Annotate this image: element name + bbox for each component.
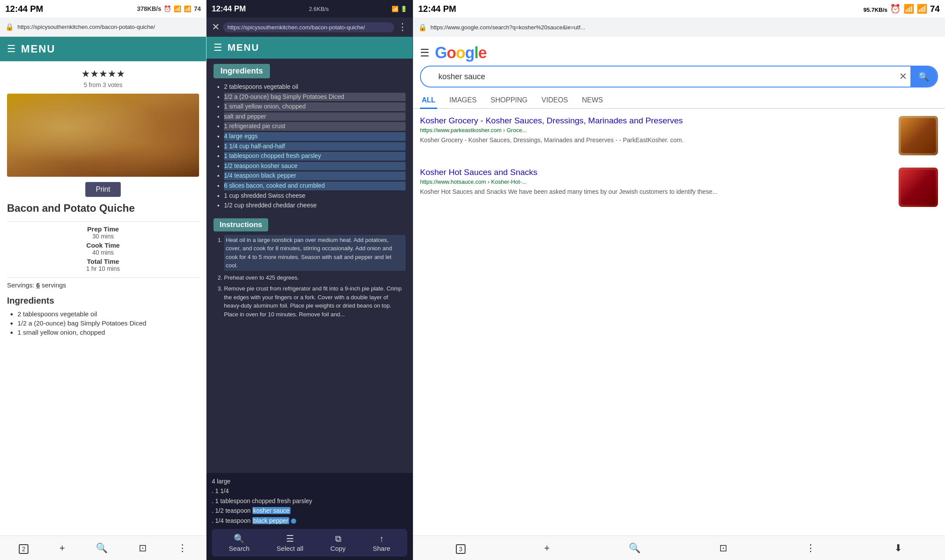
- tab-images[interactable]: IMAGES: [448, 93, 478, 109]
- hamburger-icon-p1[interactable]: ☰: [7, 43, 16, 55]
- thumb-image-2: [901, 170, 936, 205]
- overlay-address-bar[interactable]: ✕ https://spicysouthernkitchen.com/bacon…: [206, 18, 413, 37]
- tab-switcher-p3[interactable]: 3: [456, 542, 466, 554]
- tab-shopping[interactable]: SHOPPING: [489, 93, 529, 109]
- panel-recipe-website: 12:44 PM 378KB/s ⏰ 📶 📶 74 🔒 https://spic…: [0, 0, 206, 560]
- address-bar-p1[interactable]: 🔒 https://spicysouthernkitchen.com/bacon…: [0, 18, 206, 37]
- more-icon-p3[interactable]: ⋮: [806, 542, 816, 554]
- search-submit-button[interactable]: 🔍: [910, 66, 937, 87]
- tab-news[interactable]: NEWS: [580, 93, 605, 109]
- result-thumbnail-2: [899, 168, 938, 207]
- result-url-1: https://www.parkeastkosher.com › Groce..…: [420, 127, 893, 133]
- copy-toolbar-item[interactable]: ⧉ Copy: [330, 534, 346, 552]
- nav-bar-p1: ☰ MENU: [0, 37, 206, 61]
- overlay-nav-bar: ☰ MENU: [206, 37, 413, 59]
- search-result-1: Kosher Grocery - Kosher Sauces, Dressing…: [420, 116, 938, 155]
- selected-line-1: 4 large: [212, 476, 407, 486]
- ingredient-item-overlay: 1 refrigerated pie crust: [224, 122, 406, 131]
- selected-line-4: . 1/2 teaspoon kosher sauce: [212, 506, 407, 515]
- overlay-menu-label: MENU: [228, 42, 259, 53]
- time-p1: 12:44 PM: [5, 4, 43, 14]
- status-icons-p3: 95.7KB/s ⏰ 📶 📶 74: [864, 4, 940, 14]
- overlay-url: https://spicysouthernkitchen.com/bacon-p…: [223, 22, 394, 32]
- select-all-icon: ☰: [286, 533, 294, 544]
- print-button[interactable]: Print: [85, 182, 121, 197]
- result-title-2[interactable]: Kosher Hot Sauces and Snacks: [420, 168, 893, 177]
- network-speed-p1: 378KB/s: [137, 5, 161, 12]
- cook-time-value: 40 mins: [92, 249, 114, 256]
- network-speed-p3: 95.7KB/s: [864, 7, 888, 13]
- overlay-hamburger-icon[interactable]: ☰: [214, 42, 222, 53]
- more-icon-p1[interactable]: ⋮: [178, 542, 187, 554]
- google-header: ☰ Google: [413, 37, 945, 66]
- cook-time-label: Cook Time: [86, 242, 119, 249]
- thumb-image-1: [901, 118, 936, 153]
- ingredient-list-p1: 2 tablespoons vegetable oil 1/2 a (20-ou…: [7, 310, 199, 336]
- ingredient-item-overlay: 1/2 cup shredded cheddar cheese: [224, 201, 406, 210]
- result-desc-2: Kosher Hot Sauces and Snacks We have bee…: [420, 187, 893, 196]
- logo-e: e: [478, 44, 486, 62]
- recipe-title: Bacon and Potato Quiche: [7, 202, 199, 214]
- instruction-step: Preheat oven to 425 degrees.: [224, 273, 406, 282]
- panel-overlay: 12:44 PM 2.6KB/s 📶 🔋 ✕ https://spicysout…: [206, 0, 413, 560]
- share-label: Share: [373, 545, 390, 552]
- total-time-value: 1 hr 10 mins: [86, 265, 120, 272]
- highlighted-text-2: black pepper: [252, 517, 289, 524]
- screenshot-icon-p3[interactable]: ⊡: [719, 542, 727, 554]
- new-tab-icon-p1[interactable]: +: [60, 542, 65, 554]
- google-logo-text: Google: [435, 44, 486, 62]
- selection-handle-right: [291, 518, 296, 524]
- close-button[interactable]: ✕: [212, 21, 220, 33]
- search-result-2: Kosher Hot Sauces and Snacks https://www…: [420, 168, 938, 207]
- signal-icon-p3: 📶: [903, 4, 914, 14]
- ingredient-item-overlay: salt and pepper: [224, 112, 406, 121]
- share-toolbar-item[interactable]: ↑ Share: [373, 534, 390, 552]
- select-all-toolbar-item[interactable]: ☰ Select all: [276, 533, 303, 552]
- new-tab-icon-p3[interactable]: +: [544, 542, 550, 554]
- status-bar-p3: 12:44 PM 95.7KB/s ⏰ 📶 📶 74: [413, 0, 945, 18]
- hamburger-icon-p3[interactable]: ☰: [420, 47, 430, 59]
- time-section: Prep Time 30 mins Cook Time 40 mins Tota…: [7, 225, 199, 272]
- ingredient-item-overlay: 1/2 teaspoon kosher sauce: [224, 162, 406, 171]
- result-title-1[interactable]: Kosher Grocery - Kosher Sauces, Dressing…: [420, 116, 893, 126]
- search-icon-bar-p3[interactable]: 🔍: [629, 542, 640, 554]
- ingredient-item-overlay: 1/4 teaspoon black pepper: [224, 172, 406, 180]
- address-bar-p3[interactable]: 🔒 https://www.google.com/search?q=kosher…: [413, 18, 945, 37]
- tab-switcher-p1[interactable]: 2: [19, 542, 28, 554]
- instructions-list-overlay: Heat oil in a large nonstick pan over me…: [214, 235, 406, 319]
- download-icon-p3[interactable]: ⬇: [894, 542, 902, 554]
- selected-text-area: 4 large . 1 1/4 . 1 tablespoon chopped f…: [206, 473, 413, 560]
- search-tabs-bar: ALL IMAGES SHOPPING VIDEOS NEWS: [413, 93, 945, 109]
- search-toolbar-item[interactable]: 🔍 Search: [229, 533, 250, 552]
- prep-time-value: 30 mins: [92, 233, 114, 240]
- logo-l: l: [474, 44, 478, 62]
- ingredient-item-overlay: 1 1/4 cup half-and-half: [224, 142, 406, 151]
- result-text-1: Kosher Grocery - Kosher Sauces, Dressing…: [420, 116, 893, 145]
- selected-line-2: . 1 1/4: [212, 486, 407, 496]
- tab-all[interactable]: ALL: [420, 93, 437, 109]
- search-input[interactable]: kosher sauce: [431, 66, 896, 87]
- instructions-section-overlay: Instructions Heat oil in a large nonstic…: [206, 215, 413, 325]
- search-icon-p1[interactable]: 🔍: [96, 542, 108, 554]
- tab-videos[interactable]: VIDEOS: [540, 93, 570, 109]
- total-time-label: Total Time: [87, 258, 119, 265]
- url-p3: https://www.google.com/search?q=kosher%2…: [430, 24, 940, 31]
- logo-g1: G: [435, 44, 447, 62]
- ingredient-item-overlay: 4 large eggs: [224, 132, 406, 141]
- ingredient-item: 2 tablespoons vegetable oil: [18, 310, 199, 318]
- search-clear-button[interactable]: ✕: [896, 71, 910, 82]
- ingredients-section-title: Ingredients: [7, 296, 199, 306]
- divider-2: [7, 277, 199, 278]
- search-bar-wrapper[interactable]: kosher sauce ✕ 🔍: [420, 66, 938, 88]
- url-p1: https://spicysouthernkitchen.com/bacon-p…: [18, 24, 201, 30]
- overlay-more-button[interactable]: ⋮: [398, 21, 407, 33]
- screenshot-icon-p1[interactable]: ⊡: [139, 542, 147, 554]
- select-all-label: Select all: [276, 545, 303, 552]
- copy-label: Copy: [330, 545, 346, 552]
- selected-line-3: . 1 tablespoon chopped fresh parsley: [212, 496, 407, 506]
- bottom-bar-p3: 3 + 🔍 ⊡ ⋮ ⬇: [413, 536, 945, 560]
- wifi-icon: 📶: [184, 5, 191, 12]
- overlay-time: 12:44 PM: [212, 4, 246, 14]
- ingredient-item-overlay: 1 small yellow onion, chopped: [224, 102, 406, 111]
- ingredients-section-overlay: Ingredients 2 tablespoons vegetable oil …: [206, 59, 413, 215]
